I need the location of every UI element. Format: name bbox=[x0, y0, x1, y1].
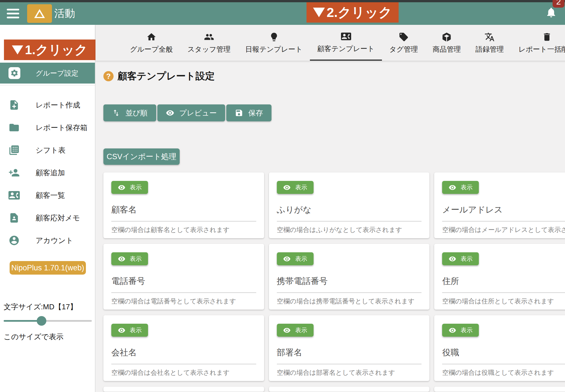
sidebar-item-label: レポート作成 bbox=[36, 100, 80, 110]
sort-order-button[interactable]: 並び順 bbox=[103, 104, 156, 121]
show-toggle-button[interactable]: 表示 bbox=[277, 252, 314, 265]
tab-staff-management[interactable]: スタッフ管理 bbox=[180, 25, 238, 61]
settings-tabbar: グループ全般 スタッフ管理 日報テンプレート 顧客テンプレート タグ管理 商品管… bbox=[95, 25, 565, 61]
field-underline bbox=[277, 292, 422, 293]
account-circle-icon bbox=[8, 235, 20, 246]
sidebar-item-customer-memo[interactable]: 顧客応対メモ bbox=[0, 207, 95, 229]
eye-icon bbox=[166, 109, 174, 117]
sidebar-item-customer-list[interactable]: 顧客一覧 bbox=[0, 184, 95, 207]
page-header: ? 顧客テンプレート設定 bbox=[103, 70, 565, 83]
show-toggle-button[interactable]: 表示 bbox=[111, 252, 148, 265]
tab-customer-template[interactable]: 顧客テンプレート bbox=[310, 25, 382, 61]
tab-product-management[interactable]: 商品管理 bbox=[425, 25, 468, 61]
field-helper-text: 空欄の場合は部署名として表示されます bbox=[277, 368, 395, 377]
tutorial-annotation-2: 2.クリック bbox=[307, 2, 399, 23]
swap-vert-icon bbox=[112, 109, 120, 117]
save-button[interactable]: 保存 bbox=[226, 104, 271, 121]
tab-group-general[interactable]: グループ全般 bbox=[123, 25, 180, 61]
field-card-mobile-phone: 表示 携帯電話番号 空欄の場合は携帯電話番号として表示されます bbox=[269, 244, 430, 310]
bell-icon bbox=[545, 6, 557, 18]
csv-import-button[interactable]: CSVインポート処理 bbox=[103, 148, 180, 165]
down-arrow-icon bbox=[313, 8, 325, 17]
sidebar-item-group-settings[interactable]: グループ設定 bbox=[0, 63, 95, 84]
field-title[interactable]: 電話番号 bbox=[111, 275, 256, 287]
app-title: 活動 bbox=[54, 6, 75, 21]
eye-icon bbox=[118, 327, 125, 334]
sidebar-item-label: グループ設定 bbox=[36, 69, 79, 78]
show-toggle-button[interactable]: 表示 bbox=[442, 252, 479, 265]
show-toggle-button[interactable]: 表示 bbox=[442, 181, 479, 194]
folder-icon bbox=[8, 122, 20, 133]
version-badge: NipoPlus 1.70.1(web) bbox=[10, 261, 86, 275]
show-toggle-button[interactable]: 表示 bbox=[442, 324, 479, 337]
tab-tag-management[interactable]: タグ管理 bbox=[382, 25, 425, 61]
sidebar-divider bbox=[0, 85, 95, 86]
lightbulb-icon bbox=[269, 32, 279, 42]
tab-report-bulk-delete[interactable]: レポート一括削除 bbox=[511, 25, 565, 61]
notifications-button[interactable]: 2 bbox=[545, 6, 558, 21]
field-helper-text: 空欄の場合はメールアドレスとして表示されます bbox=[442, 225, 565, 234]
partial-card bbox=[269, 387, 430, 392]
trash-icon bbox=[542, 32, 552, 42]
sidebar-item-report-create[interactable]: レポート作成 bbox=[0, 94, 95, 116]
help-icon[interactable]: ? bbox=[103, 71, 114, 81]
field-helper-text: 空欄の場合は携帯電話番号として表示されます bbox=[277, 297, 415, 306]
window-top-edge bbox=[0, 0, 565, 2]
hamburger-menu-icon[interactable] bbox=[7, 9, 19, 18]
field-helper-text: 空欄の場合はふりがなとして表示されます bbox=[277, 225, 402, 234]
sidebar-item-label: 顧客一覧 bbox=[36, 190, 65, 200]
preview-button[interactable]: プレビュー bbox=[157, 104, 225, 121]
slider-thumb[interactable] bbox=[37, 316, 46, 326]
sidebar-item-label: シフト表 bbox=[36, 145, 66, 155]
down-arrow-icon bbox=[12, 45, 23, 54]
partial-card bbox=[434, 387, 565, 392]
field-card-address: 表示 住所 空欄の場合は住所として表示されます bbox=[434, 244, 565, 310]
show-toggle-button[interactable]: 表示 bbox=[277, 181, 314, 194]
tab-daily-report-template[interactable]: 日報テンプレート bbox=[238, 25, 310, 61]
shift-table-icon bbox=[8, 144, 20, 156]
field-title[interactable]: 顧客名 bbox=[111, 204, 256, 216]
field-title[interactable]: 会社名 bbox=[111, 347, 256, 358]
tab-glossary-management[interactable]: 語録管理 bbox=[468, 25, 511, 61]
contact-phone-icon bbox=[341, 31, 351, 41]
field-underline bbox=[442, 221, 565, 222]
field-helper-text: 空欄の場合は住所として表示されます bbox=[442, 297, 554, 306]
eye-icon bbox=[283, 255, 291, 263]
main-area: グループ全般 スタッフ管理 日報テンプレート 顧客テンプレート タグ管理 商品管… bbox=[95, 25, 565, 392]
field-title[interactable]: ふりがな bbox=[277, 204, 422, 216]
people-icon bbox=[204, 32, 214, 42]
field-card-department-name: 表示 部署名 空欄の場合は部署名として表示されます bbox=[269, 315, 430, 381]
sidebar-item-label: 顧客追加 bbox=[36, 168, 65, 178]
template-toolbar: 並び順 プレビュー 保存 bbox=[103, 104, 565, 121]
field-underline bbox=[111, 292, 256, 293]
sidebar-item-label: アカウント bbox=[36, 236, 73, 246]
field-underline bbox=[277, 364, 422, 364]
gear-icon bbox=[8, 67, 20, 79]
field-underline bbox=[111, 364, 256, 364]
sidebar-item-shift-table[interactable]: シフト表 bbox=[0, 139, 95, 161]
field-title[interactable]: 住所 bbox=[442, 275, 565, 287]
tutorial-annotation-1: 1.クリック bbox=[4, 40, 95, 60]
translate-icon bbox=[484, 32, 495, 42]
font-size-label: 文字サイズ:MD【17】 bbox=[4, 302, 77, 312]
sidebar-item-label: 顧客応対メモ bbox=[36, 213, 80, 223]
show-toggle-button[interactable]: 表示 bbox=[111, 324, 148, 337]
field-card-email: 表示 メールアドレス 空欄の場合はメールアドレスとして表示されます bbox=[434, 172, 565, 238]
show-toggle-button[interactable]: 表示 bbox=[111, 181, 148, 194]
sidebar: 1.クリック グループ設定 レポート作成 レポート保存箱 シフト表 bbox=[0, 25, 95, 392]
app-logo[interactable] bbox=[27, 4, 52, 23]
eye-icon bbox=[449, 327, 456, 334]
font-size-slider[interactable] bbox=[4, 316, 92, 326]
field-title[interactable]: 部署名 bbox=[277, 347, 422, 358]
field-title[interactable]: 役職 bbox=[442, 347, 565, 358]
sidebar-item-account[interactable]: アカウント bbox=[0, 229, 95, 252]
field-helper-text: 空欄の場合は会社名として表示されます bbox=[111, 368, 230, 377]
show-toggle-button[interactable]: 表示 bbox=[277, 324, 314, 337]
sidebar-item-label: レポート保存箱 bbox=[36, 123, 88, 133]
field-underline bbox=[442, 292, 565, 293]
sidebar-item-customer-add[interactable]: 顧客追加 bbox=[0, 161, 95, 184]
eye-icon bbox=[118, 255, 125, 263]
sidebar-item-report-storage[interactable]: レポート保存箱 bbox=[0, 116, 95, 139]
field-title[interactable]: 携帯電話番号 bbox=[277, 275, 422, 287]
field-title[interactable]: メールアドレス bbox=[442, 204, 565, 216]
